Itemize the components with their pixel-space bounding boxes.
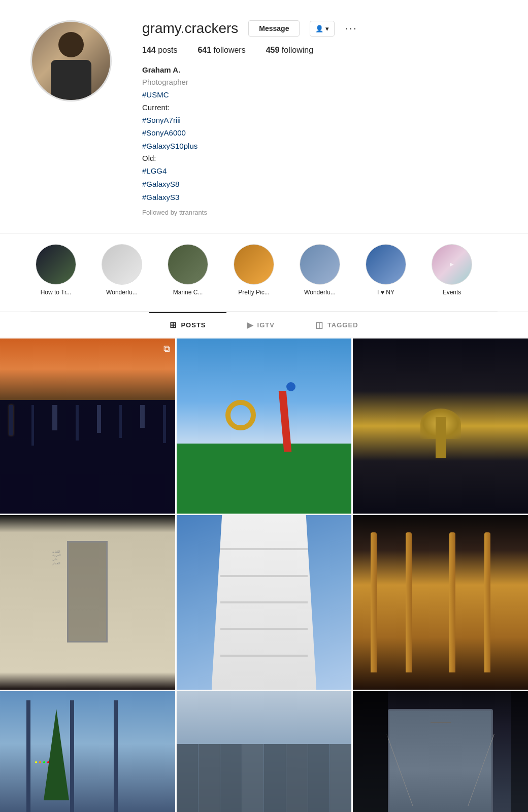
followers-count: 641 (197, 46, 211, 54)
post-item[interactable] (177, 515, 352, 690)
post-item[interactable]: ⧉ (0, 339, 175, 514)
posts-count: 144 (142, 46, 156, 54)
bio-old-label: Old: (142, 152, 498, 164)
bio-current-label: Current: (142, 101, 498, 114)
tab-tagged-label: TAGGED (327, 321, 358, 329)
chevron-down-icon: ▾ (325, 25, 329, 32)
profile-section: gramy.crackers Message 👤 ▾ ··· 144 posts… (0, 0, 528, 233)
bio-hashtag-sony-a6[interactable]: #SonyA6000 (142, 128, 186, 137)
highlight-item[interactable]: Wonderfu... (294, 244, 345, 296)
igtv-icon: ▶ (247, 320, 253, 330)
post-image-6 (353, 515, 528, 690)
bio-hashtag-galaxy-s10[interactable]: #GalaxyS10plus (142, 142, 197, 150)
tab-posts[interactable]: ⊞ POSTS (149, 312, 226, 337)
post-image-5 (177, 515, 352, 690)
highlight-circle-2 (102, 244, 142, 285)
tab-igtv-label: IGTV (257, 321, 275, 329)
highlight-label-2: Wonderfu... (106, 289, 138, 296)
post-image-3 (353, 339, 528, 514)
bio-hashtag-sony-a7[interactable]: #SonyA7riii (142, 116, 181, 124)
followers-stat[interactable]: 641 followers (197, 46, 245, 55)
post-image-8 (177, 691, 352, 812)
multi-post-icon: ⧉ (163, 344, 170, 354)
highlight-circle-1 (36, 244, 76, 285)
avatar (30, 20, 112, 101)
tag-icon: ◫ (315, 320, 323, 330)
highlight-item[interactable]: How to Tr... (30, 244, 81, 296)
post-image-1: ⧉ (0, 339, 175, 514)
highlight-label-7: Events (443, 289, 461, 296)
highlight-label-1: How to Tr... (41, 289, 72, 296)
highlight-label-6: I ♥ NY (377, 289, 394, 296)
posts-label: posts (158, 46, 177, 54)
avatar-image (32, 22, 110, 100)
username: gramy.crackers (142, 20, 238, 37)
tabs-section: ⊞ POSTS ▶ IGTV ◫ TAGGED (0, 312, 528, 337)
following-label: following (282, 46, 313, 54)
more-options-button[interactable]: ··· (345, 22, 357, 35)
highlight-circle-7: ▶ (432, 244, 472, 285)
post-item[interactable]: ﺍﻟﻜﺘﺎﺑﺔﺍﻟﻌﺮﺑﻴﺔﻋﻠﻰﺍﻟﺠﺪﺍﺭ (0, 515, 175, 690)
follow-icon: 👤 (315, 25, 323, 32)
bio-name: Graham A. (142, 64, 498, 76)
highlight-item[interactable]: Pretty Pic... (228, 244, 279, 296)
highlight-circle-5 (300, 244, 340, 285)
stats-row: 144 posts 641 followers 459 following (142, 46, 498, 55)
tab-igtv[interactable]: ▶ IGTV (226, 312, 295, 337)
highlights-section: How to Tr... Wonderfu... Marine C... Pre… (0, 233, 528, 311)
bio-role: Photographer (142, 76, 498, 88)
highlight-item[interactable]: Wonderfu... (96, 244, 147, 296)
highlight-item[interactable]: I ♥ NY (360, 244, 411, 296)
bio-hashtag-usmc[interactable]: #USMC (142, 90, 169, 99)
highlight-label-3: Marine C... (173, 289, 203, 296)
highlight-circle-4 (234, 244, 274, 285)
followed-by-text: Followed by ttranrants (142, 208, 498, 218)
bio-hashtag-lgg4[interactable]: #LGG4 (142, 166, 167, 175)
posts-stat[interactable]: 144 posts (142, 46, 177, 55)
tab-tagged[interactable]: ◫ TAGGED (295, 312, 379, 337)
bio-hashtag-galaxy-s3[interactable]: #GalaxyS3 (142, 193, 179, 201)
highlight-label-5: Wonderfu... (304, 289, 336, 296)
highlight-item[interactable]: Marine C... (162, 244, 213, 296)
tab-posts-label: POSTS (181, 321, 206, 329)
post-item[interactable] (353, 515, 528, 690)
following-count: 459 (266, 46, 280, 54)
message-button[interactable]: Message (248, 20, 300, 37)
profile-info: gramy.crackers Message 👤 ▾ ··· 144 posts… (142, 20, 498, 218)
followers-label: followers (214, 46, 246, 54)
post-item[interactable] (177, 339, 352, 514)
post-item[interactable] (0, 691, 175, 812)
highlight-circle-6 (366, 244, 406, 285)
highlight-item[interactable]: ▶ Events (426, 244, 477, 296)
post-image-9 (353, 691, 528, 812)
bio-section: Graham A. Photographer #USMC Current: #S… (142, 64, 498, 218)
post-image-7 (0, 691, 175, 812)
post-image-2 (177, 339, 352, 514)
following-stat[interactable]: 459 following (266, 46, 313, 55)
post-item[interactable] (353, 691, 528, 812)
post-item[interactable] (353, 339, 528, 514)
highlight-circle-3 (168, 244, 208, 285)
follow-dropdown-button[interactable]: 👤 ▾ (310, 21, 335, 37)
bio-hashtag-galaxy-s8[interactable]: #GalaxyS8 (142, 180, 179, 188)
highlight-label-4: Pretty Pic... (238, 289, 269, 296)
posts-grid: ⧉ (0, 337, 528, 812)
post-image-4: ﺍﻟﻜﺘﺎﺑﺔﺍﻟﻌﺮﺑﻴﺔﻋﻠﻰﺍﻟﺠﺪﺍﺭ (0, 515, 175, 690)
grid-icon: ⊞ (170, 320, 177, 330)
post-item[interactable] (177, 691, 352, 812)
profile-top-row: gramy.crackers Message 👤 ▾ ··· (142, 20, 498, 37)
